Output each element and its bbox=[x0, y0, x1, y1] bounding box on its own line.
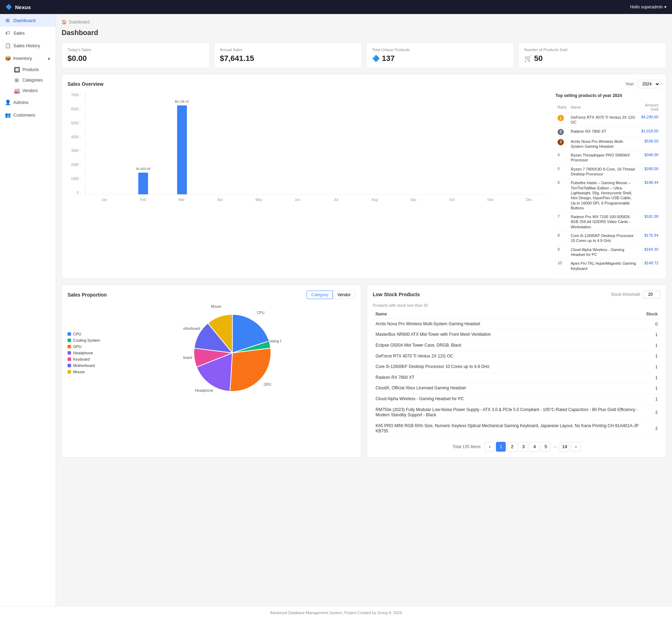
bar-chart-inner-wrap: 7000 - 6000 - 5000 - 4000 - 3000 - 2000 … bbox=[68, 93, 548, 202]
low-stock-table: Name Stock Arctis Nova Pro Wireless Mult… bbox=[373, 310, 660, 437]
sidebar-label-admins: Admins bbox=[13, 100, 28, 105]
bar-group-may bbox=[240, 93, 278, 194]
sidebar-item-admins[interactable]: 👤 Admins bbox=[0, 96, 56, 109]
x-label-oct: Oct bbox=[433, 196, 471, 202]
page-btn-1[interactable]: 1 bbox=[496, 442, 506, 452]
products-stat-icon: 🔷 bbox=[372, 55, 380, 62]
y-axis-labels: 7000 - 6000 - 5000 - 4000 - 3000 - 2000 … bbox=[68, 93, 84, 195]
top-selling-title: Top selling products of year 2024 bbox=[555, 93, 660, 98]
table-row: Eclipse G500A Mid Tower Case, DRGB, Blac… bbox=[373, 340, 660, 351]
x-label-jan: Jan bbox=[85, 196, 124, 202]
bar-group-aug bbox=[356, 93, 394, 194]
sidebar-item-inventory[interactable]: 📦 Inventory ▲ bbox=[0, 52, 56, 64]
categories-icon: ⊞ bbox=[14, 77, 20, 83]
table-row: Cloud Alpha Wireless - Gaming Headset fo… bbox=[373, 394, 660, 404]
legend-item: Keyboard bbox=[68, 357, 103, 361]
table-row: 6 Pulsefire Haste – Gaming Mouse – TimTh… bbox=[555, 179, 660, 213]
year-selector: Year: 2024 2023 bbox=[625, 80, 660, 88]
chart-container: 7000 - 6000 - 5000 - 4000 - 3000 - 2000 … bbox=[68, 93, 660, 273]
year-select-input[interactable]: 2024 2023 bbox=[638, 80, 660, 88]
sidebar-item-customers[interactable]: 👥 Customers bbox=[0, 109, 56, 121]
table-row: MasterBox NR600 ATX Mid-Tower with Front… bbox=[373, 329, 660, 340]
sidebar-label-categories: Categories bbox=[22, 78, 43, 83]
x-label-jul: Jul bbox=[317, 196, 355, 202]
footer: Advanced Database Management System, Pro… bbox=[0, 606, 672, 619]
legend-item: Mouse bbox=[68, 370, 103, 374]
sidebar: ⊞ Dashboard 🏷 Sales 📋 Sales History 📦 In… bbox=[0, 14, 56, 606]
table-row: Radeon RX 7800 XT 1 bbox=[373, 372, 660, 383]
next-page-btn[interactable]: › bbox=[571, 442, 581, 452]
table-row: 8 Core i5-12600KF Desktop Processor 10 C… bbox=[555, 231, 660, 245]
prev-page-btn[interactable]: ‹ bbox=[485, 442, 495, 452]
sidebar-label-customers: Customers bbox=[13, 112, 35, 118]
page-btn-2[interactable]: 2 bbox=[507, 442, 517, 452]
products-icon: 🔲 bbox=[14, 67, 20, 72]
inventory-icon: 📦 bbox=[5, 55, 10, 61]
pie-chart-svg: CPUCooling SystemGPUHeadphoneKeyboardMot… bbox=[183, 304, 281, 402]
sales-icon: 🏷 bbox=[5, 30, 10, 36]
pie-label: GPU bbox=[264, 383, 271, 387]
table-row: 3 Arctis Nova Pro Wireless Multi-System … bbox=[555, 137, 660, 151]
table-row: 4 Ryzen Threadripper PRO 5995WX Processo… bbox=[555, 151, 660, 165]
bar-group-dec bbox=[510, 93, 548, 194]
table-row: 5 Ryzen 7 7800X3D 8-Core, 16-Thread Desk… bbox=[555, 165, 660, 179]
low-stock-panel: Low Stock Products Stock threshold: Prod… bbox=[367, 285, 666, 458]
x-label-dec: Dec bbox=[510, 196, 548, 202]
sidebar-item-dashboard[interactable]: ⊞ Dashboard bbox=[0, 14, 56, 27]
pie-legend: CPUCooling SystemGPUHeadphoneKeyboardMot… bbox=[68, 332, 103, 374]
page-btn-4[interactable]: 4 bbox=[530, 442, 539, 452]
main-content: 🏠 Dashboard Dashboard Today's Sales $0.0… bbox=[56, 14, 672, 606]
table-row: RM750e (2023) Fully Modular Low-Noise Po… bbox=[373, 404, 660, 420]
chevron-down-icon: ▾ bbox=[664, 5, 666, 9]
page-btn-14[interactable]: 14 bbox=[560, 442, 569, 452]
legend-item: Motherboard bbox=[68, 363, 103, 368]
x-label-feb: Feb bbox=[124, 196, 162, 202]
bar-chart: 7000 - 6000 - 5000 - 4000 - 3000 - 2000 … bbox=[68, 93, 548, 212]
total-items: Total 135 items bbox=[453, 444, 481, 449]
sidebar-label-vendors: Vendors bbox=[22, 88, 38, 93]
top-selling-panel: Top selling products of year 2024 Rank N… bbox=[555, 93, 660, 273]
sidebar-item-sales[interactable]: 🏷 Sales bbox=[0, 27, 56, 39]
sidebar-item-sales-history[interactable]: 📋 Sales History bbox=[0, 39, 56, 52]
sales-overview-header: Sales Overview Year: 2024 2023 bbox=[68, 80, 660, 88]
legend-item: GPU bbox=[68, 345, 103, 349]
low-stock-title: Low Stock Products bbox=[373, 292, 420, 297]
page-btn-5[interactable]: 5 bbox=[541, 442, 551, 452]
table-row: Arctis Nova Pro Wireless Multi-System Ga… bbox=[373, 319, 660, 329]
bar-group-jan bbox=[85, 93, 124, 194]
sidebar-item-categories[interactable]: ⊞ Categories bbox=[10, 75, 56, 85]
sidebar-label-dashboard: Dashboard bbox=[13, 18, 36, 23]
sidebar-label-sales-history: Sales History bbox=[13, 43, 40, 48]
bar-group-oct bbox=[433, 93, 471, 194]
bar-group-jul bbox=[317, 93, 356, 194]
admins-icon: 👤 bbox=[5, 99, 10, 105]
sidebar-item-vendors[interactable]: 🏭 Vendors bbox=[10, 85, 56, 96]
table-row: 9 Cloud Alpha Wireless - Gaming Headset … bbox=[555, 245, 660, 259]
pie-label: CPU bbox=[257, 311, 264, 315]
breadcrumb: 🏠 Dashboard bbox=[62, 20, 666, 25]
sales-history-icon: 📋 bbox=[5, 43, 10, 48]
legend-item: CPU bbox=[68, 332, 103, 336]
page-btn-3[interactable]: 3 bbox=[518, 442, 528, 452]
page-ellipsis: ··· bbox=[552, 444, 558, 449]
bottom-panels: Sales Proportion Category Vendor CPUCool… bbox=[62, 285, 666, 463]
threshold-control: Stock threshold: bbox=[611, 291, 660, 298]
brand-name: Nexus bbox=[15, 4, 31, 10]
bar-feb: $1,503.00 bbox=[138, 173, 148, 194]
tab-vendor[interactable]: Vendor bbox=[333, 291, 355, 299]
bar-mar: $6,138.15 bbox=[177, 105, 187, 194]
threshold-input[interactable] bbox=[643, 291, 660, 298]
user-greeting[interactable]: Hello superadmin ▾ bbox=[630, 5, 666, 9]
pie-label: Mouse bbox=[211, 304, 221, 308]
legend-item: Headphone bbox=[68, 351, 103, 355]
sidebar-item-products[interactable]: 🔲 Products bbox=[10, 64, 56, 75]
pagination: Total 135 items ‹ 1 2 3 4 5 ··· 14 › bbox=[373, 442, 660, 452]
pie-label: Motherboard bbox=[183, 327, 200, 331]
top-products-table: Rank Name Amount Sold 1 GeForce RTX 4070… bbox=[555, 102, 660, 273]
bar-group-jun bbox=[278, 93, 317, 194]
sidebar-label-inventory: Inventory bbox=[13, 56, 32, 61]
vendors-icon: 🏭 bbox=[14, 88, 20, 93]
x-label-mar: Mar bbox=[162, 196, 201, 202]
cart-stat-icon: 🛒 bbox=[524, 55, 532, 62]
tab-category[interactable]: Category bbox=[307, 291, 333, 299]
